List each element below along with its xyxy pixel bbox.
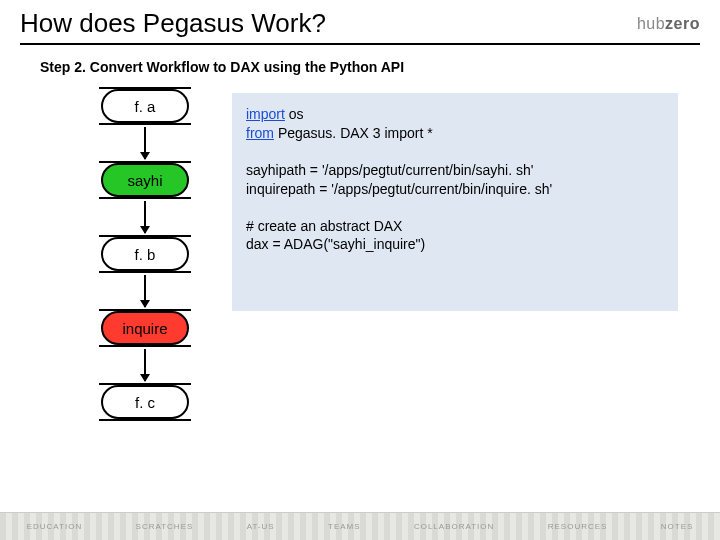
code-comment: # create an abstract DAX xyxy=(246,217,664,236)
page-title: How does Pegasus Work? xyxy=(20,8,326,39)
footer-strip: EDUCATION SCRATCHES AT-US TEAMS COLLABOR… xyxy=(0,512,720,540)
arrow-icon xyxy=(144,127,146,159)
logo-left: hub xyxy=(637,15,665,32)
footer-word: COLLABORATION xyxy=(414,522,494,531)
footer-word: resources xyxy=(548,522,608,531)
logo-right: zero xyxy=(665,15,700,32)
hubzero-logo: hubzero xyxy=(637,15,700,33)
node-sayhi: sayhi xyxy=(101,163,189,197)
workflow-diagram: f. a sayhi f. b inquire f. c xyxy=(65,89,225,419)
arrow-icon xyxy=(144,201,146,233)
node-inquire: inquire xyxy=(101,311,189,345)
footer-word: TEAMS xyxy=(328,522,361,531)
node-fc: f. c xyxy=(101,385,189,419)
node-fa: f. a xyxy=(101,89,189,123)
code-line: inquirepath = '/apps/pegtut/current/bin/… xyxy=(246,180,664,199)
footer-word: notes xyxy=(661,522,694,531)
code-text: Pegasus. DAX 3 import * xyxy=(274,125,433,141)
content-area: f. a sayhi f. b inquire f. c import os f… xyxy=(0,89,720,509)
code-line: sayhipath = '/apps/pegtut/current/bin/sa… xyxy=(246,161,664,180)
footer-word: AT-US xyxy=(247,522,275,531)
code-keyword: import xyxy=(246,106,285,122)
arrow-icon xyxy=(144,349,146,381)
arrow-icon xyxy=(144,275,146,307)
code-line: dax = ADAG("sayhi_inquire") xyxy=(246,235,664,254)
code-snippet: import os from Pegasus. DAX 3 import * s… xyxy=(232,93,678,311)
node-fb: f. b xyxy=(101,237,189,271)
step-subtitle: Step 2. Convert Workflow to DAX using th… xyxy=(40,59,720,75)
title-underline xyxy=(20,43,700,45)
footer-word: SCRATCHES xyxy=(136,522,194,531)
footer-word: EDUCATION xyxy=(27,522,83,531)
code-keyword: from xyxy=(246,125,274,141)
code-text: os xyxy=(285,106,304,122)
